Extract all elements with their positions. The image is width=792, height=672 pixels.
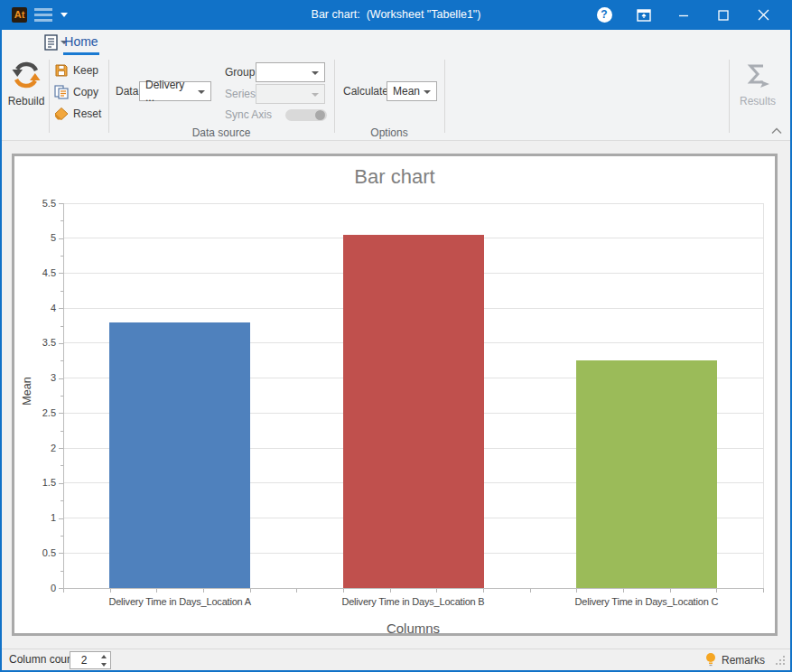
keep-label: Keep <box>73 64 98 77</box>
y-tick-label: 5 <box>20 232 56 243</box>
reset-label: Reset <box>73 107 101 120</box>
help-button[interactable]: ? <box>584 0 624 30</box>
calculate-field-label: Calculate <box>343 81 388 101</box>
copy-button[interactable]: Copy <box>54 82 98 102</box>
plot-right-edge <box>763 203 764 588</box>
column-count-label: Column count <box>9 649 76 670</box>
minimize-button[interactable] <box>664 0 703 30</box>
keep-icon <box>54 63 69 78</box>
status-bar: Column count Remarks <box>2 649 790 670</box>
y-tick-label: 1 <box>20 512 56 523</box>
close-icon <box>758 9 769 21</box>
x-tick <box>530 589 531 593</box>
y-tick-label: 3.5 <box>20 337 56 348</box>
collapse-ribbon-button[interactable] <box>767 124 787 138</box>
chart-title: Bar chart <box>14 165 775 189</box>
spin-up-button[interactable] <box>98 652 110 660</box>
ribbon: Rebuild Keep Copy <box>2 55 790 141</box>
chevron-down-icon <box>198 90 205 94</box>
data-combobox-value: Delivery ... <box>145 79 194 104</box>
x-tick-label: Delivery Time in Days_Location C <box>530 596 763 607</box>
x-tick <box>250 589 251 593</box>
sigma-icon <box>742 61 773 91</box>
results-button[interactable]: Results <box>730 61 786 107</box>
group-caption-options: Options <box>334 126 444 140</box>
chart-panel: Bar chart Mean Columns 00.511.522.533.54… <box>12 154 778 636</box>
x-tick <box>296 589 297 593</box>
maximize-icon <box>718 10 729 21</box>
x-tick <box>670 589 671 593</box>
data-field-label: Data <box>116 81 138 101</box>
help-icon: ? <box>597 7 612 23</box>
rebuild-label: Rebuild <box>8 95 45 107</box>
y-tick-label: 2 <box>20 443 56 453</box>
x-tick <box>203 589 204 593</box>
y-tick-label: 3 <box>20 372 56 383</box>
hamburger-menu-icon[interactable] <box>34 8 52 22</box>
y-tick-label: 0 <box>20 583 56 593</box>
reset-icon <box>54 107 69 121</box>
bar-chart: Bar chart Mean Columns 00.511.522.533.54… <box>14 156 775 633</box>
y-tick-label: 4.5 <box>20 267 56 278</box>
spin-down-button[interactable] <box>98 660 110 668</box>
x-tick-label: Delivery Time in Days_Location A <box>63 596 296 607</box>
dock-window-icon <box>637 9 651 22</box>
x-tick <box>343 589 344 593</box>
copy-icon <box>54 85 69 99</box>
triangle-up-icon <box>101 655 107 658</box>
title-bar: At Bar chart: (Worksheet "Tabelle1") ? <box>0 0 792 30</box>
calculate-combobox[interactable]: Mean <box>387 81 437 101</box>
ribbon-tab-row: Home <box>2 30 790 55</box>
rebuild-button[interactable]: Rebuild <box>5 59 47 107</box>
app-window: At Bar chart: (Worksheet "Tabelle1") ? <box>0 0 792 672</box>
ribbon-separator <box>49 60 50 133</box>
sync-axis-toggle[interactable] <box>285 109 327 121</box>
series-combobox[interactable] <box>256 84 325 104</box>
bar[interactable] <box>343 235 484 588</box>
toggle-knob <box>315 110 325 120</box>
close-button[interactable] <box>743 0 783 30</box>
x-tick <box>63 589 64 593</box>
copy-label: Copy <box>73 86 98 98</box>
rebuild-icon <box>10 59 42 91</box>
x-tick <box>763 589 764 593</box>
group-combobox[interactable] <box>256 62 325 82</box>
keep-button[interactable]: Keep <box>54 61 98 80</box>
lightbulb-icon <box>705 652 716 667</box>
maximize-button[interactable] <box>703 0 743 30</box>
group-caption-data-source: Data source <box>108 126 334 140</box>
x-tick <box>390 589 391 593</box>
y-gridline <box>63 203 763 204</box>
triangle-down-icon <box>101 663 107 667</box>
quick-access-caret-icon[interactable] <box>61 13 68 17</box>
bar[interactable] <box>109 322 250 588</box>
reset-button[interactable]: Reset <box>54 104 101 124</box>
app-logo-icon[interactable]: At <box>12 7 27 23</box>
bar[interactable] <box>576 360 717 588</box>
remarks-button[interactable]: Remarks <box>705 649 765 670</box>
chevron-up-icon <box>771 127 782 135</box>
x-tick <box>576 589 577 593</box>
x-axis-title: Columns <box>63 621 763 636</box>
x-tick <box>436 589 437 593</box>
results-label: Results <box>740 95 776 107</box>
x-tick-label: Delivery Time in Days_Location B <box>296 596 529 607</box>
column-count-input[interactable] <box>70 652 98 668</box>
x-tick <box>623 589 624 593</box>
x-tick <box>716 589 717 593</box>
chevron-down-icon <box>312 71 319 75</box>
ribbon-separator <box>334 60 335 133</box>
resize-grip[interactable] <box>776 656 785 665</box>
x-tick <box>483 589 484 593</box>
data-combobox[interactable]: Delivery ... <box>139 81 211 101</box>
ribbon-separator <box>108 60 109 133</box>
x-tick <box>110 589 111 593</box>
dock-window-button[interactable] <box>624 0 664 30</box>
series-field-label: Series <box>225 84 256 104</box>
y-tick-label: 2.5 <box>20 407 56 418</box>
x-tick <box>156 589 157 593</box>
tab-home[interactable]: Home <box>61 30 101 55</box>
x-axis-line <box>63 588 764 589</box>
client-area: Bar chart Mean Columns 00.511.522.533.54… <box>2 141 790 649</box>
column-count-spinner[interactable] <box>70 651 111 669</box>
